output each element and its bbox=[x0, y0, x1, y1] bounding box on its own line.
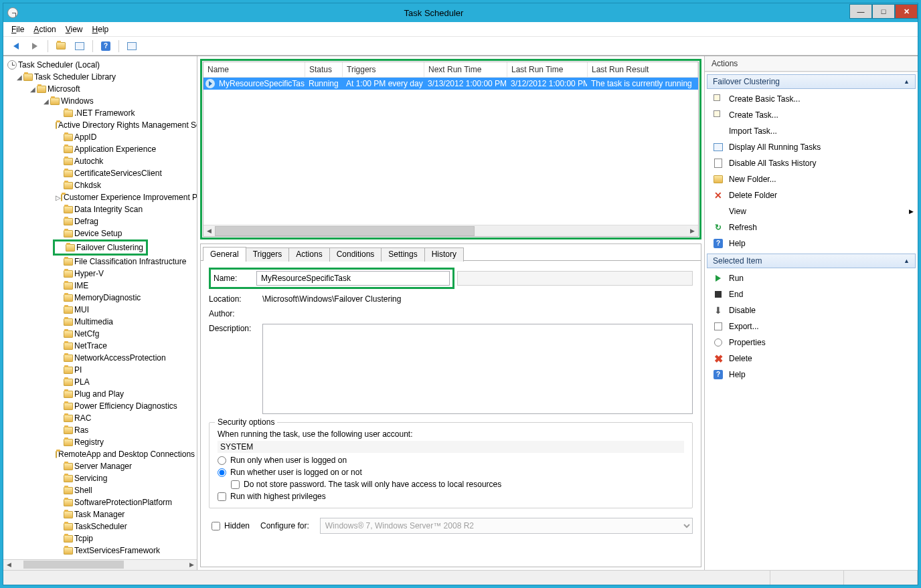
hidden-checkbox[interactable] bbox=[212, 522, 220, 530]
tree-item[interactable]: Defrag bbox=[3, 215, 197, 227]
tab-conditions[interactable]: Conditions bbox=[329, 248, 382, 262]
col-name[interactable]: Name bbox=[203, 62, 305, 77]
tree-item[interactable]: Data Integrity Scan bbox=[3, 203, 197, 215]
menu-action[interactable]: Action bbox=[33, 25, 56, 34]
tree-item[interactable]: CertificateServicesClient bbox=[3, 167, 197, 179]
action-item[interactable]: Display All Running Tasks bbox=[705, 139, 918, 155]
radio-logged-on[interactable] bbox=[218, 456, 226, 465]
action-item[interactable]: ?Help bbox=[705, 235, 918, 252]
opt-logged-on[interactable]: Run only when user is logged on bbox=[218, 456, 684, 465]
tree-horizontal-scrollbar[interactable]: ◀ ▶ bbox=[3, 559, 197, 570]
tree-item[interactable]: Servicing bbox=[3, 472, 197, 484]
scroll-right-icon[interactable]: ▶ bbox=[186, 560, 197, 569]
expand-icon[interactable]: ▷ bbox=[56, 194, 61, 201]
toolbar-showhide-button[interactable] bbox=[72, 39, 87, 54]
tree-item[interactable]: Ras bbox=[3, 424, 197, 436]
scrollbar-thumb[interactable] bbox=[215, 226, 475, 236]
menu-file[interactable]: File bbox=[11, 25, 24, 34]
close-button[interactable]: ✕ bbox=[895, 4, 918, 19]
tree-item[interactable]: RemoteApp and Desktop Connections bbox=[3, 448, 197, 460]
collapse-icon[interactable]: ◢ bbox=[29, 86, 37, 93]
tree-item[interactable]: TextServicesFramework bbox=[3, 545, 197, 557]
action-item[interactable]: ⬇Disable bbox=[705, 302, 918, 318]
scrollbar-track[interactable] bbox=[215, 226, 687, 236]
action-item[interactable]: End bbox=[705, 286, 918, 302]
tree-item[interactable]: Server Manager bbox=[3, 460, 197, 472]
tree-item[interactable]: Chkdsk bbox=[3, 179, 197, 191]
scrollbar-thumb[interactable] bbox=[23, 561, 124, 569]
scroll-left-icon[interactable]: ◀ bbox=[203, 226, 215, 236]
tree-item[interactable]: RAC bbox=[3, 412, 197, 424]
col-result[interactable]: Last Run Result bbox=[588, 62, 698, 77]
back-button[interactable] bbox=[9, 39, 23, 54]
tasklist-horizontal-scrollbar[interactable]: ◀ ▶ bbox=[203, 225, 698, 236]
name-input[interactable] bbox=[256, 271, 450, 286]
tree-item[interactable]: Active Directory Rights Management Servi… bbox=[3, 119, 197, 131]
tree-item[interactable]: ▷Customer Experience Improvement Program bbox=[3, 191, 197, 203]
action-item[interactable]: Create Task... bbox=[705, 107, 918, 123]
toolbar-properties-button[interactable] bbox=[54, 39, 68, 54]
tree[interactable]: Task Scheduler (Local) ◢ Task Scheduler … bbox=[3, 56, 197, 559]
tree-item[interactable]: MUI bbox=[3, 304, 197, 316]
radio-logged-off[interactable] bbox=[218, 468, 226, 477]
tree-item[interactable]: AppID bbox=[3, 131, 197, 143]
actions-section-selected[interactable]: Selected Item ▲ bbox=[707, 254, 916, 268]
minimize-button[interactable]: — bbox=[849, 4, 872, 19]
action-item[interactable]: Properties bbox=[705, 334, 918, 351]
tree-item[interactable]: Task Manager bbox=[3, 508, 197, 520]
task-list[interactable]: Name Status Triggers Next Run Time Last … bbox=[203, 62, 699, 237]
tree-item[interactable]: Hyper-V bbox=[3, 268, 197, 280]
collapse-icon[interactable]: ▲ bbox=[904, 258, 910, 264]
tree-item[interactable]: Application Experience bbox=[3, 143, 197, 155]
tree-item[interactable]: Device Setup bbox=[3, 227, 197, 239]
scroll-right-icon[interactable]: ▶ bbox=[687, 226, 698, 236]
toolbar-help-button[interactable]: ? bbox=[98, 39, 113, 54]
tree-item[interactable]: PLA bbox=[3, 376, 197, 388]
tree-library[interactable]: ◢ Task Scheduler Library bbox=[3, 71, 197, 83]
action-item[interactable]: ✖Delete bbox=[705, 351, 918, 367]
action-item[interactable]: ✕Delete Folder bbox=[705, 187, 918, 203]
tree-item[interactable]: IME bbox=[3, 280, 197, 292]
tab-triggers[interactable]: Triggers bbox=[246, 248, 290, 262]
action-item[interactable]: Create Basic Task... bbox=[705, 91, 918, 107]
action-item[interactable]: Disable All Tasks History bbox=[705, 155, 918, 171]
tree-item[interactable]: Tcpip bbox=[3, 532, 197, 545]
tree-item[interactable]: Failover Clustering bbox=[55, 241, 146, 254]
tab-actions[interactable]: Actions bbox=[288, 248, 329, 262]
checkbox-no-store[interactable] bbox=[231, 480, 240, 489]
tree-item[interactable]: SoftwareProtectionPlatform bbox=[3, 496, 197, 508]
tree-root[interactable]: Task Scheduler (Local) bbox=[3, 59, 197, 71]
action-item[interactable]: Run bbox=[705, 270, 918, 286]
tree-item[interactable]: Power Efficiency Diagnostics bbox=[3, 400, 197, 412]
action-item[interactable]: Export... bbox=[705, 318, 918, 334]
tree-item[interactable]: Autochk bbox=[3, 155, 197, 167]
toolbar-view-button[interactable] bbox=[124, 39, 139, 54]
action-item[interactable]: New Folder... bbox=[705, 171, 918, 187]
tab-settings[interactable]: Settings bbox=[381, 248, 424, 262]
configure-for-select[interactable]: Windows® 7, Windows Server™ 2008 R2 bbox=[320, 518, 693, 534]
tree-item[interactable]: NetTrace bbox=[3, 340, 197, 352]
menu-help[interactable]: Help bbox=[92, 25, 109, 34]
opt-logged-off[interactable]: Run whether user is logged on or not bbox=[218, 468, 684, 477]
tree-item[interactable]: Multimedia bbox=[3, 316, 197, 328]
opt-highest[interactable]: Run with highest privileges bbox=[218, 492, 684, 501]
tree-item[interactable]: TaskScheduler bbox=[3, 520, 197, 532]
tree-windows[interactable]: ◢ Windows bbox=[3, 95, 197, 107]
hidden-checkbox-label[interactable]: Hidden bbox=[212, 521, 250, 530]
col-status[interactable]: Status bbox=[305, 62, 343, 77]
action-item[interactable]: ↻Refresh bbox=[705, 219, 918, 235]
actions-section-context[interactable]: Failover Clustering ▲ bbox=[707, 74, 916, 89]
collapse-icon[interactable]: ◢ bbox=[15, 74, 23, 81]
col-triggers[interactable]: Triggers bbox=[343, 62, 424, 77]
collapse-icon[interactable]: ▲ bbox=[904, 78, 910, 85]
checkbox-highest[interactable] bbox=[218, 492, 226, 501]
action-item[interactable]: ?Help bbox=[705, 367, 918, 383]
opt-no-store[interactable]: Do not store password. The task will onl… bbox=[231, 480, 684, 489]
action-item[interactable]: View▶ bbox=[705, 203, 918, 219]
tree-item[interactable]: MemoryDiagnostic bbox=[3, 292, 197, 304]
maximize-button[interactable]: □ bbox=[872, 4, 895, 19]
tree-item[interactable]: NetworkAccessProtection bbox=[3, 352, 197, 364]
tab-general[interactable]: General bbox=[203, 247, 246, 261]
collapse-icon[interactable]: ◢ bbox=[42, 98, 50, 105]
tree-item[interactable]: PI bbox=[3, 364, 197, 376]
